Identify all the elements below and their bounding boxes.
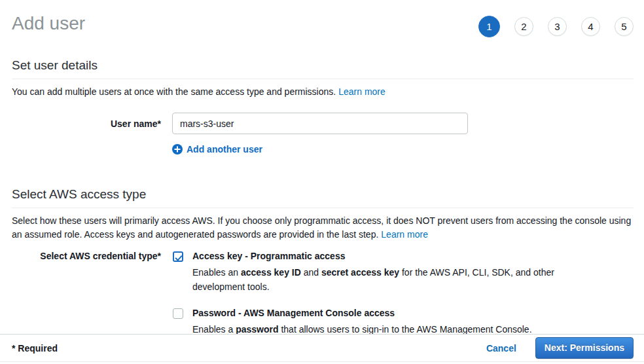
page-header: Add user 1 2 3 4 5 <box>0 0 644 37</box>
credential-type-label: Select AWS credential type* <box>0 251 161 261</box>
learn-more-link-access-type[interactable]: Learn more <box>381 229 428 240</box>
learn-more-link-user-details[interactable]: Learn more <box>338 86 385 97</box>
required-note: * Required <box>12 343 58 354</box>
access-type-description-text: Select how these users will primarily ac… <box>12 215 631 240</box>
access-key-option-row: Select AWS credential type* Access key -… <box>0 251 644 294</box>
username-label: User name* <box>0 118 161 129</box>
password-title: Password - AWS Management Console access <box>192 308 532 319</box>
password-checkbox[interactable] <box>173 308 183 319</box>
add-another-user-label: Add another user <box>187 144 262 155</box>
user-details-description: You can add multiple users at once with … <box>12 85 638 99</box>
username-input[interactable] <box>172 113 468 134</box>
wizard-footer: * Required Cancel Next: Permissions <box>0 334 644 362</box>
password-option-row: Password - AWS Management Console access… <box>0 308 644 337</box>
access-type-description: Select how these users will primarily ac… <box>12 214 638 242</box>
step-circle-3: 3 <box>548 17 567 36</box>
step-indicator: 1 2 3 4 5 <box>478 16 634 37</box>
password-option-text: Password - AWS Management Console access… <box>192 308 532 337</box>
step-circle-4: 4 <box>581 17 600 36</box>
username-row: User name* <box>0 113 644 134</box>
access-key-checkbox[interactable] <box>173 251 183 262</box>
access-key-description: Enables an access key ID and secret acce… <box>192 265 569 294</box>
step-circle-1: 1 <box>478 16 500 37</box>
step-circle-2: 2 <box>514 17 533 36</box>
access-type-heading: Select AWS access type <box>12 187 634 208</box>
add-another-user-link[interactable]: Add another user <box>172 144 644 155</box>
cancel-link[interactable]: Cancel <box>486 343 516 354</box>
access-key-title: Access key - Programmatic access <box>192 251 569 262</box>
add-user-page: Add user 1 2 3 4 5 Set user details You … <box>0 0 644 364</box>
user-details-description-text: You can add multiple users at once with … <box>12 86 336 97</box>
next-permissions-button[interactable]: Next: Permissions <box>535 337 634 359</box>
user-details-heading: Set user details <box>12 58 634 79</box>
footer-actions: Cancel Next: Permissions <box>486 337 634 359</box>
step-circle-5: 5 <box>615 17 634 36</box>
page-title: Add user <box>12 12 85 35</box>
plus-circle-icon <box>172 144 183 155</box>
access-key-option-text: Access key - Programmatic access Enables… <box>192 251 569 294</box>
